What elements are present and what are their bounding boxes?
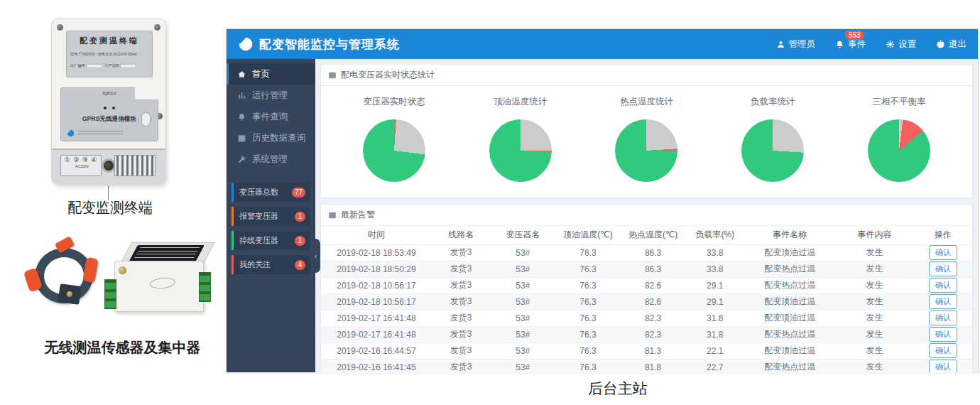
alarm-table-row: 2019-02-16 16:41:45发货353#76.381.822.7配变热… (321, 359, 972, 372)
sidebar-stats: 变压器总数 77 报警变压器 1 掉线变压器 1 我的关注 4 (227, 183, 315, 274)
alarm-cell: 2019-02-16 16:44:57 (321, 342, 432, 359)
alarm-cell: 82.3 (621, 326, 686, 342)
pie-chart-card: 负载率统计 (709, 96, 836, 182)
alarm-cell: 配变顶油过温 (744, 293, 835, 310)
alarm-cell: 76.3 (555, 261, 621, 277)
person-icon (776, 40, 785, 49)
alarm-cell: 发生 (835, 326, 913, 342)
alarm-cell: 2019-02-18 10:56:17 (321, 277, 432, 293)
alarm-cell: 2019-02-18 18:50:29 (321, 261, 432, 277)
alarm-cell: 2019-02-17 16:41:48 (321, 326, 432, 342)
alarm-cell: 53# (490, 342, 555, 359)
column-header: 顶油温度(℃) (555, 226, 621, 244)
sidebar-stat-item[interactable]: 掉线变压器 1 (232, 231, 310, 250)
alarm-cell: 发生 (835, 293, 913, 310)
events-menu-item[interactable]: 553 事件 (835, 38, 866, 50)
alarm-cell: 发货3 (432, 310, 491, 326)
stat-count-badge: 1 (295, 212, 305, 222)
alarm-cell: 29.1 (685, 277, 744, 293)
alarm-cell: 86.3 (621, 261, 686, 277)
alarm-cell: 53# (490, 359, 555, 372)
confirm-button[interactable]: 确认 (929, 310, 957, 325)
alarm-cell: 53# (490, 310, 555, 326)
confirm-button[interactable]: 确认 (929, 343, 957, 358)
pie-chart-title: 三相不平衡率 (873, 96, 926, 108)
sidebar-item-chart[interactable]: 运行管理 (227, 85, 315, 106)
confirm-button[interactable]: 确认 (929, 245, 957, 260)
alarm-cell: 53# (490, 293, 555, 310)
sidebar-item-wrench[interactable]: 系统管理 (227, 148, 315, 170)
confirm-button[interactable]: 确认 (929, 278, 957, 293)
alarm-cell: 发生 (835, 244, 913, 261)
bell-icon (835, 40, 844, 49)
pie-chart (868, 119, 930, 182)
alarm-table-header-row: 时间线路名变压器名顶油温度(℃)热点温度(℃)负载率(%)事件名称事件内容操作 (321, 226, 972, 244)
alarm-cell: 配变顶油过温 (744, 342, 835, 359)
alarm-cell: 33.8 (685, 261, 744, 277)
sidebar: 首页 运行管理 事件查询 历史数据查询 系统管理 变压器总数 77 报警变压器 … (227, 59, 315, 372)
alarm-table-row: 2019-02-17 16:41:48发货353#76.382.331.8配变热… (321, 326, 972, 342)
settings-label: 设置 (898, 38, 916, 50)
pie-chart (489, 119, 552, 182)
confirm-button[interactable]: 确认 (929, 327, 957, 342)
sidebar-item-label: 系统管理 (252, 153, 288, 166)
alarm-cell: 发生 (835, 359, 913, 372)
sidebar-item-calendar[interactable]: 历史数据查询 (227, 127, 315, 148)
logout-label: 退出 (949, 38, 967, 50)
terminal-block-area: ① ② ③ ④ AC220V (52, 148, 165, 184)
sidebar-stat-item[interactable]: 变压器总数 77 (232, 183, 310, 202)
alarm-cell: 76.3 (555, 277, 621, 293)
column-header: 变压器名 (490, 226, 555, 244)
concentrator-label (129, 245, 205, 261)
alarm-table-row: 2019-02-16 16:44:57发货353#76.381.322.1配变顶… (321, 342, 972, 359)
confirm-button[interactable]: 确认 (929, 294, 957, 309)
sidebar-item-home[interactable]: 首页 (227, 63, 315, 85)
antenna-connector (119, 266, 126, 274)
device-nameplate: 配变测温终端 型号:TTM2000 供电方式:AC220V 50Hz 出厂编号 … (66, 31, 153, 77)
terminal-block (199, 272, 211, 302)
sidebar-item-label: 运行管理 (252, 90, 288, 102)
alarm-cell: 76.3 (555, 342, 621, 359)
alarm-cell: 2019-02-17 16:41:48 (321, 310, 432, 326)
alarm-cell: 配变热点过温 (744, 326, 835, 342)
terminal-device-photo: 配变测温终端 型号:TTM2000 供电方式:AC220V 50Hz 出厂编号 … (51, 18, 166, 185)
alarm-cell: 配变热点过温 (744, 261, 835, 277)
user-menu-item[interactable]: 管理员 (776, 38, 816, 50)
sidebar-item-bell[interactable]: 事件查询 (227, 106, 315, 127)
events-count-badge: 553 (845, 31, 864, 40)
alarm-cell: 76.3 (555, 326, 621, 342)
alarm-cell: 发货3 (432, 244, 491, 261)
alarm-table-row: 2019-02-18 10:56:17发货353#76.382.629.1配变热… (321, 277, 972, 293)
power-led-icon (61, 99, 158, 112)
alarm-cell: 86.3 (621, 244, 686, 261)
sidebar-menu: 首页 运行管理 事件查询 历史数据查询 系统管理 (227, 63, 315, 170)
pie-chart-title: 负载率统计 (751, 96, 795, 108)
device-spec-line: 型号:TTM2000 供电方式:AC220V 50Hz (70, 52, 148, 57)
confirm-button[interactable]: 确认 (929, 261, 957, 276)
sidebar-item-label: 历史数据查询 (252, 132, 305, 144)
alarm-cell: 76.3 (555, 244, 621, 261)
pie-chart-title: 顶油温度统计 (494, 96, 547, 108)
terminal-numbers-plate: ① ② ③ ④ AC220V (60, 155, 102, 176)
alarm-cell: 53# (490, 277, 555, 293)
sidebar-stat-item[interactable]: 我的关注 4 (232, 255, 310, 274)
column-header: 事件内容 (835, 226, 913, 244)
alarm-cell: 发生 (835, 261, 913, 277)
screw-icon (154, 24, 160, 31)
module-button (141, 112, 151, 126)
pie-chart-card: 变压器实时状态 (331, 96, 457, 182)
sidebar-item-label: 事件查询 (252, 111, 288, 123)
gear-icon (886, 40, 895, 49)
confirm-button[interactable]: 确认 (929, 360, 957, 372)
app-window: 配变智能监控与管理系统 管理员 553 事件 设置 退出 (226, 28, 979, 372)
sidebar-stat-item[interactable]: 报警变压器 1 (232, 207, 310, 226)
pie-chart-card: 热点温度统计 (584, 96, 710, 182)
wrench-icon (237, 155, 246, 164)
alarm-cell: 82.3 (621, 310, 686, 326)
settings-menu-item[interactable]: 设置 (886, 38, 916, 50)
sidebar-collapse-handle[interactable] (311, 239, 320, 273)
bell-icon (237, 112, 246, 122)
calendar-icon (237, 134, 246, 143)
logout-menu-item[interactable]: 退出 (936, 38, 967, 50)
pie-chart-card: 三相不平衡率 (836, 96, 962, 182)
